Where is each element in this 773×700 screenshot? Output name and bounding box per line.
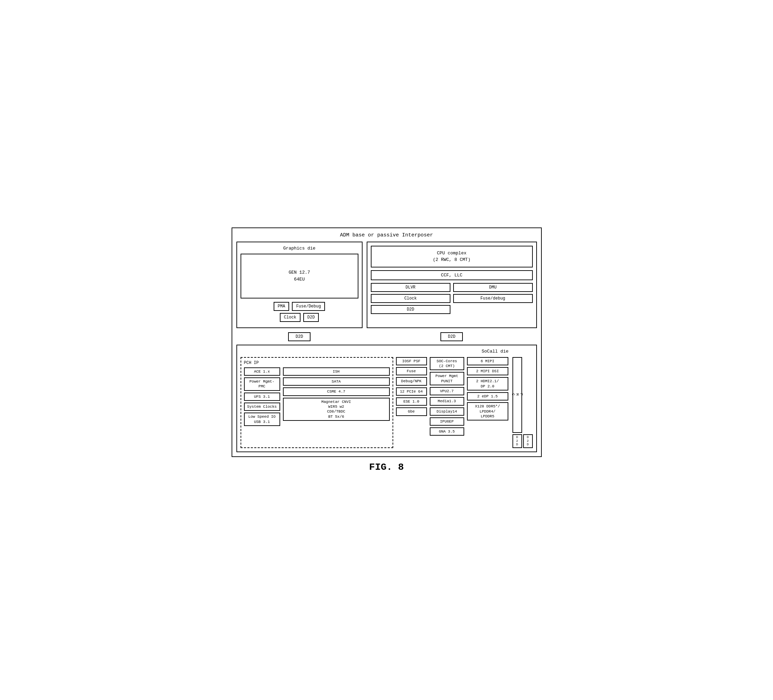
cpu-left-col: DLVR Clock D2D	[371, 283, 451, 314]
pch-left: ACE 1.x Power Mgmt-PMC UFS 3.1 System Cl…	[244, 367, 280, 426]
vpu-box: VPU2.7	[430, 387, 464, 395]
iosf-col: IOSF PSF Fuse Debug/NPK 12 PCIe G4 ESE 1…	[396, 357, 427, 448]
soc-cores-box: SOC-Cores(2 CMT)	[430, 357, 464, 371]
iosf-psf-box: IOSF PSF	[396, 357, 427, 365]
graphics-clock-box: Clock	[280, 313, 301, 322]
left-d2d-box: D2D	[288, 332, 311, 341]
pch-ip-box: PCH IP ACE 1.x Power Mgmt-PMC UFS 3.1 Sy…	[240, 357, 393, 448]
pmc-box: PMC	[513, 357, 522, 433]
system-clocks-box: System Clocks	[244, 403, 280, 411]
pch-content: PCH IP ACE 1.x Power Mgmt-PMC UFS 3.1 Sy…	[244, 361, 390, 445]
d2d-bottom-2: D2D	[523, 434, 533, 448]
ipu-box: IPU6EP	[430, 417, 464, 426]
low-speed-io-box: Low Speed IOUSB 3.1	[244, 413, 280, 426]
graphics-row2: Clock D2D	[240, 313, 359, 322]
ddr-box: X128 DDR5*/LPDDR4/LPDDR5	[467, 402, 508, 420]
pch-right: ISH SATA CSME 4.7 Magnetar CNVIWIR5 w2CD…	[283, 367, 390, 426]
page-container: ADM base or passive Interposer Graphics …	[232, 227, 542, 473]
outer-label: ADM base or passive Interposer	[237, 232, 537, 238]
cpu-clock-box: Clock	[371, 294, 451, 303]
sata-box: SATA	[283, 377, 390, 386]
media-box: Media1.3	[430, 397, 464, 405]
pcie-box: 12 PCIe G4	[396, 387, 427, 396]
cpu-complex: CPU complex(2 RWC, 8 CMT) CCF, LLC DLVR …	[367, 242, 537, 328]
left-connector: D2D	[237, 332, 363, 341]
mipi-dsi-box: 2 MIPI DSI	[467, 367, 508, 376]
graphics-inner: GEN 12.764EU	[240, 254, 359, 298]
gna-box: GNA 3.5	[430, 427, 464, 436]
csme-box: CSME 4.7	[283, 387, 390, 396]
ufs-box: UFS 3.1	[244, 392, 280, 401]
gbe-box: Gbe	[396, 407, 427, 416]
hdmi-box: 2 HDMI2.1/DP 2.0	[467, 377, 508, 390]
bottom-section: SoCall die PCH IP ACE 1.x Power Mgmt-PMC…	[237, 345, 537, 452]
dmu-box: DMU	[453, 283, 533, 292]
fuse-debug2-box: Fuse/debug	[453, 294, 533, 303]
pmc-area: PMC D2D D2D	[511, 357, 533, 448]
cpu-row: DLVR Clock D2D DMU Fuse/debug	[371, 283, 533, 314]
pch-label: PCH IP	[244, 361, 390, 365]
soc-col: SOC-Cores(2 CMT) Power MgmtPUNIT VPU2.7 …	[430, 357, 464, 448]
connector-row: D2D D2D	[237, 332, 537, 341]
features-col: 6 MIPI 2 MIPI DSI 2 HDMI2.1/DP 2.0 2 eDP…	[467, 357, 508, 448]
ish-box: ISH	[283, 367, 390, 376]
graphics-row1: PMA Fuse/Debug	[240, 302, 359, 311]
debug-npk-box: Debug/NPK	[396, 377, 427, 385]
right-d2d-box: D2D	[441, 332, 463, 341]
bottom-inner: PCH IP ACE 1.x Power Mgmt-PMC UFS 3.1 Sy…	[240, 357, 533, 448]
graphics-die-label: Graphics die	[240, 246, 359, 251]
graphics-inner-text: GEN 12.764EU	[288, 269, 310, 283]
ccf-box: CCF, LLC	[371, 270, 533, 280]
right-connector: D2D	[367, 332, 537, 341]
mipi-box: 6 MIPI	[467, 357, 508, 365]
ese-box: ESE 1.0	[396, 397, 427, 406]
d2d-bottom-1: D2D	[513, 434, 522, 448]
display-box: Display14	[430, 407, 464, 416]
magnetar-box: Magnetar CNVIWIR5 w2CD8/TBDCBT 5x/6	[283, 398, 390, 421]
fig-caption: FIG. 8	[232, 462, 542, 473]
pch-cols: ACE 1.x Power Mgmt-PMC UFS 3.1 System Cl…	[244, 367, 390, 426]
edp-box: 2 eDP 1.5	[467, 392, 508, 400]
ace-box: ACE 1.x	[244, 367, 280, 376]
fuse-debug-box: Fuse/Debug	[292, 302, 325, 311]
cpu-right-col: DMU Fuse/debug	[453, 283, 533, 314]
dlvr-box: DLVR	[371, 283, 451, 292]
cpu-d2d-box: D2D	[371, 305, 451, 314]
power-mgmt-punit-box: Power MgmtPUNIT	[430, 372, 464, 385]
graphics-d2d-box: D2D	[303, 313, 319, 322]
socall-label: SoCall die	[482, 349, 508, 354]
power-mgmt-pmc-box: Power Mgmt-PMC	[244, 377, 280, 391]
d2d-bottom-row: D2D D2D	[513, 434, 533, 448]
fuse-box: Fuse	[396, 367, 427, 376]
top-row: Graphics die GEN 12.764EU PMA Fuse/Debug…	[237, 242, 537, 328]
cpu-complex-label: CPU complex(2 RWC, 8 CMT)	[371, 246, 533, 267]
pma-box: PMA	[274, 302, 289, 311]
graphics-die: Graphics die GEN 12.764EU PMA Fuse/Debug…	[237, 242, 363, 328]
outer-box: ADM base or passive Interposer Graphics …	[232, 227, 542, 457]
